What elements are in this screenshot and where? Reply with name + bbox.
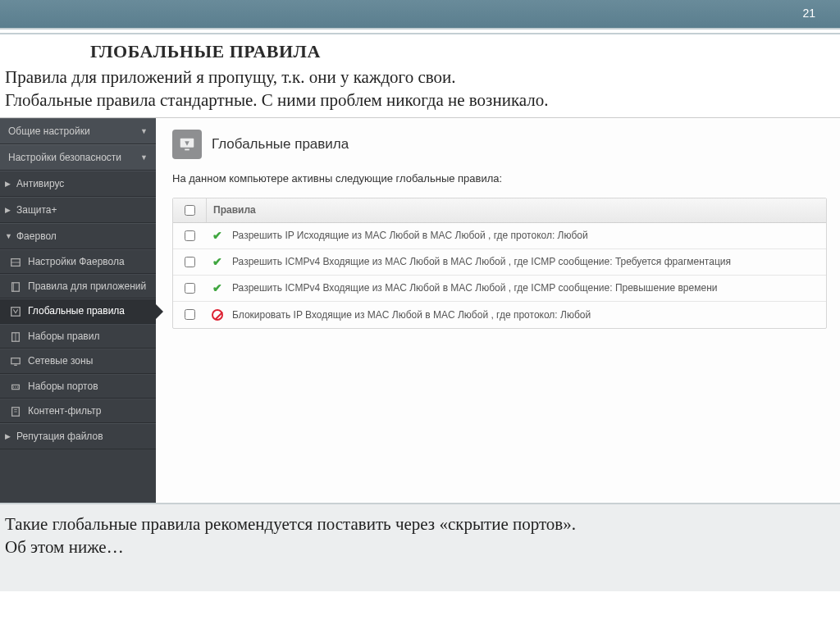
content-header: Глобальные правила xyxy=(172,130,827,159)
row-checkbox-cell xyxy=(173,230,206,241)
slide-title: ГЛОБАЛЬНЫЕ ПРАВИЛА xyxy=(90,41,321,62)
triangle-right-icon: ▶ xyxy=(5,180,11,188)
chevron-down-icon: ▼ xyxy=(140,153,148,162)
footer-line-1: Такие глобальные правила рекомендуется п… xyxy=(5,513,833,536)
sidebar-label: Сетевые зоны xyxy=(28,355,93,367)
sidebar-label: Настройки Фаервола xyxy=(28,256,125,267)
sidebar-label: Защита+ xyxy=(16,204,57,216)
monitor-icon xyxy=(172,130,202,159)
prohibit-icon xyxy=(212,309,223,321)
sidebar-sub-firewall-settings[interactable]: Настройки Фаервола xyxy=(0,249,156,274)
sidebar-item-file-reputation[interactable]: ▶ Репутация файлов xyxy=(0,423,156,449)
svg-rect-7 xyxy=(11,358,21,364)
sidebar-item-antivirus[interactable]: ▶ Антивирус xyxy=(0,171,156,197)
triangle-down-icon: ▼ xyxy=(5,232,12,240)
footer-line-2: Об этом ниже… xyxy=(5,536,833,558)
global-rules-icon xyxy=(10,306,21,317)
triangle-right-icon: ▶ xyxy=(5,432,11,440)
rule-sets-icon xyxy=(10,331,21,343)
row-checkbox[interactable] xyxy=(185,257,195,267)
sidebar-sub-app-rules[interactable]: Правила для приложений xyxy=(0,274,156,299)
header-checkbox-cell xyxy=(173,205,206,216)
sidebar-label: Фаервол xyxy=(16,230,57,242)
sidebar-label: Общие настройки xyxy=(8,125,90,137)
sidebar-sub-rule-sets[interactable]: Наборы правил xyxy=(0,324,156,349)
app-rules-icon xyxy=(10,281,21,293)
network-zones-icon xyxy=(10,356,21,367)
triangle-right-icon: ▶ xyxy=(5,206,11,214)
svg-rect-17 xyxy=(185,148,189,150)
page-number: 21 xyxy=(802,7,815,20)
rules-table: Правила ✔Разрешить IP Исходящие из MAC Л… xyxy=(172,198,827,329)
chevron-down-icon: ▼ xyxy=(140,127,148,135)
rule-text: Блокировать IP Входящие из MAC Любой в M… xyxy=(229,309,591,321)
row-checkbox-cell xyxy=(173,309,206,320)
table-row[interactable]: Блокировать IP Входящие из MAC Любой в M… xyxy=(173,302,826,328)
sidebar-sub-global-rules[interactable]: Глобальные правила xyxy=(0,299,156,323)
block-icon xyxy=(206,309,229,321)
sidebar-item-defense[interactable]: ▶ Защита+ xyxy=(0,197,156,223)
sidebar-label: Глобальные правила xyxy=(28,305,125,317)
intro-text: Правила для приложений я пропущу, т.к. о… xyxy=(0,64,840,117)
rules-column-header[interactable]: Правила xyxy=(206,198,256,222)
allow-icon: ✔ xyxy=(206,229,229,242)
sidebar-label: Антивирус xyxy=(16,178,64,189)
sidebar-label: Правила для приложений xyxy=(28,280,146,292)
rules-table-header: Правила xyxy=(173,198,826,223)
footer-text: Такие глобальные правила рекомендуется п… xyxy=(0,503,840,592)
row-checkbox-cell xyxy=(173,283,206,294)
sidebar-label: Настройки безопасности xyxy=(8,152,121,163)
content-subtitle: На данном компьютере активны следующие г… xyxy=(172,172,827,185)
check-icon: ✔ xyxy=(212,229,222,242)
rule-text: Разрешить IP Исходящие из MAC Любой в MA… xyxy=(229,230,588,241)
sidebar-sub-port-sets[interactable]: Наборы портов xyxy=(0,374,156,399)
header-rule xyxy=(0,28,840,34)
sidebar-sub-content-filter[interactable]: Контент-фильтр xyxy=(0,399,156,423)
firewall-settings-icon xyxy=(10,257,21,268)
slide-top-bar: 21 xyxy=(0,0,840,28)
firewall-app: Общие настройки ▼ Настройки безопасности… xyxy=(0,117,840,503)
table-row[interactable]: ✔Разрешить ICMPv4 Входящие из MAC Любой … xyxy=(173,276,826,302)
svg-rect-4 xyxy=(11,308,21,317)
title-row: ГЛОБАЛЬНЫЕ ПРАВИЛА xyxy=(0,34,840,64)
content-filter-icon xyxy=(10,406,21,417)
sidebar-section-general[interactable]: Общие настройки ▼ xyxy=(0,118,156,144)
sidebar-item-firewall[interactable]: ▼ Фаервол xyxy=(0,223,156,249)
allow-icon: ✔ xyxy=(206,255,229,268)
sidebar-label: Репутация файлов xyxy=(16,431,103,442)
intro-line-2: Глобальные правила стандартные. С ними п… xyxy=(5,89,830,112)
table-row[interactable]: ✔Разрешить IP Исходящие из MAC Любой в M… xyxy=(173,223,826,249)
sidebar: Общие настройки ▼ Настройки безопасности… xyxy=(0,118,156,503)
row-checkbox[interactable] xyxy=(185,309,195,320)
sidebar-label: Наборы правил xyxy=(28,330,99,342)
rule-text: Разрешить ICMPv4 Входящие из MAC Любой в… xyxy=(229,256,731,267)
row-checkbox-cell xyxy=(173,257,206,267)
allow-icon: ✔ xyxy=(206,281,229,294)
content-pane: Глобальные правила На данном компьютере … xyxy=(156,118,840,503)
row-checkbox[interactable] xyxy=(185,230,195,241)
sidebar-label: Контент-фильтр xyxy=(28,405,102,417)
row-checkbox[interactable] xyxy=(185,283,195,294)
table-row[interactable]: ✔Разрешить ICMPv4 Входящие из MAC Любой … xyxy=(173,249,826,276)
check-icon: ✔ xyxy=(212,281,222,294)
rule-text: Разрешить ICMPv4 Входящие из MAC Любой в… xyxy=(229,282,717,294)
port-sets-icon xyxy=(10,381,21,393)
sidebar-section-security[interactable]: Настройки безопасности ▼ xyxy=(0,144,156,171)
content-title: Глобальные правила xyxy=(212,136,349,153)
select-all-checkbox[interactable] xyxy=(185,205,195,216)
sidebar-label: Наборы портов xyxy=(28,381,98,392)
intro-line-1: Правила для приложений я пропущу, т.к. о… xyxy=(5,66,830,89)
sidebar-sub-network-zones[interactable]: Сетевые зоны xyxy=(0,349,156,373)
check-icon: ✔ xyxy=(212,255,222,268)
